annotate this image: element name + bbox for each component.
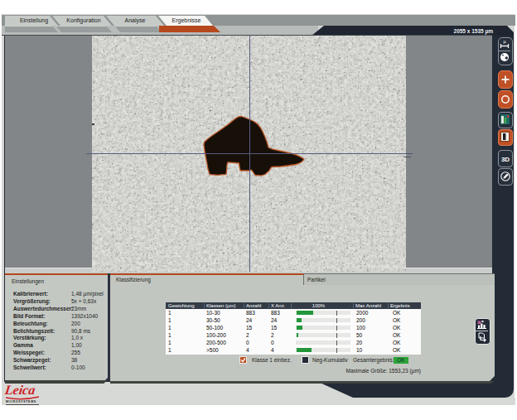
svg-text:µ: µ — [503, 39, 506, 44]
svg-text:3D: 3D — [501, 156, 510, 163]
